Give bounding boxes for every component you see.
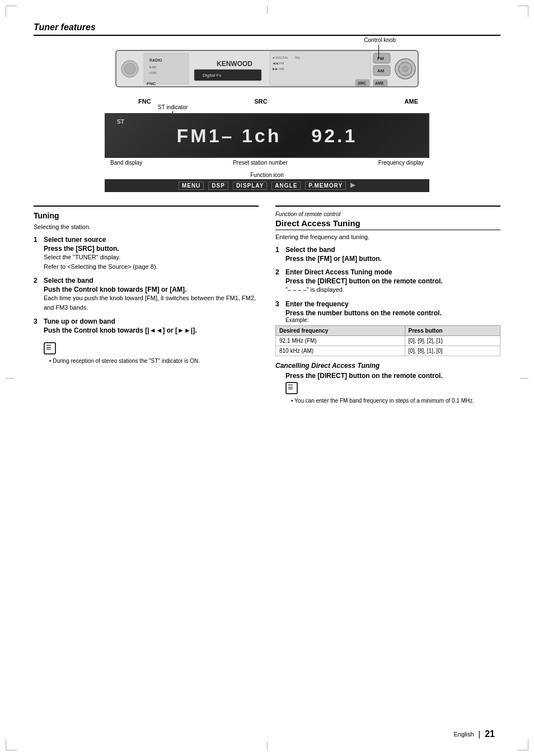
corner-tl (6, 6, 17, 17)
band-display-label: Band display (110, 160, 142, 166)
display-main-text: FM1– 1ch 92.1 (177, 125, 358, 147)
svg-text:USB: USB (149, 71, 156, 74)
tuning-title: Tuning (34, 211, 259, 220)
step-1-desc2: Refer to <Selecting the Source> (page 8)… (34, 262, 259, 272)
page-divider: | (479, 730, 481, 739)
svg-text:FNC: FNC (147, 81, 156, 86)
stereo-unit-svg: RADIO 5.0V USB KENWOOD Digital Fx ● DIGI… (105, 45, 429, 95)
da-step-2-desc1: "– – – –" is displayed. (275, 285, 500, 295)
crosshair-top (267, 6, 268, 14)
da-bullet: You can enter the FM band frequency in s… (275, 396, 500, 405)
step-1-action: Press the [SRC] button. (34, 245, 259, 253)
cancelling-action: Press the [DIRECT] button on the remote … (275, 372, 500, 380)
page-language: English (453, 731, 474, 738)
da-step-2: 2 Enter Direct Access Tuning mode Press … (275, 268, 500, 295)
control-knob-label: Control knob (364, 37, 396, 43)
page-number: 21 (485, 729, 495, 739)
svg-text:5.0V: 5.0V (149, 66, 156, 69)
step-3-action: Push the Control knob towards [|◄◄] or [… (34, 326, 259, 334)
fi-pmemory: P.MEMORY (305, 181, 346, 190)
freq-table-row-2: 810 kHz (AM) [0], [8], [1], [0] (276, 346, 500, 356)
tuning-bullet: During reception of stereo stations the … (34, 357, 259, 365)
svg-text:RADIO: RADIO (149, 58, 162, 62)
freq-table-row-1: 92.1 MHz (FM) [0], [9], [2], [1] (276, 335, 500, 346)
step-1-title: Select tuner source (44, 236, 106, 244)
step-2-desc1: Each time you push the knob toward [FM],… (34, 293, 259, 312)
tuning-section: Tuning Selecting the station. 1 Select t… (34, 206, 259, 407)
example-label: Example: (275, 317, 500, 323)
main-content: Tuning Selecting the station. 1 Select t… (34, 206, 500, 407)
svg-text:KENWOOD: KENWOOD (217, 60, 252, 68)
direct-access-subtitle: Entering the frequency and tuning. (275, 234, 500, 240)
corner-br (517, 739, 528, 750)
function-icon-bar: MENU DSP DISPLAY ANGLE P.MEMORY ▶ (105, 179, 429, 192)
device-image-container: Control knob RADIO 5.0V USB KENWOOD (34, 45, 500, 105)
svg-text:◀◀ FM: ◀◀ FM (273, 62, 284, 65)
freq-row1-col2: [0], [9], [2], [1] (405, 335, 500, 346)
step-3-num: 3 (34, 318, 41, 325)
fi-arrow: ▶ (350, 181, 355, 190)
tuning-note-icon: ☰ (44, 342, 56, 354)
freq-row1-col1: 92.1 MHz (FM) (276, 335, 405, 346)
ame-label: AME (405, 98, 418, 105)
fnc-label: FNC (138, 98, 151, 105)
da-step-2-title: Enter Direct Access Tuning mode (285, 268, 392, 276)
function-icon-label: Function icon (105, 172, 429, 178)
svg-text:SQ: SQ (295, 56, 300, 59)
fi-display: DISPLAY (233, 181, 267, 190)
step-3-title: Tune up or down band (44, 318, 115, 325)
da-step-1-title: Select the band (285, 246, 335, 254)
crosshair-right (520, 378, 528, 379)
direct-access-title: Direct Access Tuning (275, 218, 500, 230)
direct-access-section: Function of remote control Direct Access… (275, 206, 500, 407)
display-screen: ST FM1– 1ch 92.1 (105, 113, 429, 158)
da-step-1-num: 1 (275, 246, 283, 254)
preset-station-label: Preset station number (233, 160, 288, 166)
da-step-3-action: Press the number buttons on the remote c… (275, 309, 500, 317)
fi-menu: MENU (179, 181, 204, 190)
da-step-1: 1 Select the band Press the [FM] or [AM]… (275, 246, 500, 263)
tuning-step-1: 1 Select tuner source Press the [SRC] bu… (34, 236, 259, 271)
freq-table-header-2: Press button (405, 325, 500, 335)
da-step-3-title: Enter the frequency (285, 300, 349, 308)
function-of-remote: Function of remote control (275, 211, 500, 217)
freq-row2-col1: 810 kHz (AM) (276, 346, 405, 356)
freq-table-header-1: Desired frequency (276, 325, 405, 335)
svg-text:▶▶ AM: ▶▶ AM (273, 67, 284, 71)
control-knob-line (378, 45, 379, 59)
frequency-table: Desired frequency Press button 92.1 MHz … (275, 325, 500, 356)
step-2-action: Push the Control knob towards [FM] or [A… (34, 286, 259, 293)
tuning-step-2: 2 Select the band Push the Control knob … (34, 277, 259, 312)
corner-tr (517, 6, 528, 17)
svg-point-19 (402, 66, 408, 72)
svg-text:Digital Fx: Digital Fx (203, 73, 221, 78)
da-step-3: 3 Enter the frequency Press the number b… (275, 300, 500, 356)
src-label: SRC (254, 98, 267, 105)
tuning-subtitle: Selecting the station. (34, 223, 259, 230)
step-1-num: 1 (34, 236, 41, 244)
fi-angle: ANGLE (271, 181, 301, 190)
crosshair-left (6, 378, 14, 379)
diagram-area: Control knob RADIO 5.0V USB KENWOOD (34, 45, 500, 194)
corner-bl (6, 739, 17, 750)
da-step-2-action: Press the [DIRECT] button on the remote … (275, 277, 500, 285)
da-step-1-action: Press the [FM] or [AM] button. (275, 255, 500, 263)
crosshair-bottom (267, 742, 268, 750)
da-step-2-num: 2 (275, 268, 283, 276)
svg-text:SRC: SRC (358, 81, 366, 85)
fi-dsp: DSP (208, 181, 228, 190)
da-step-3-num: 3 (275, 300, 283, 308)
display-labels-row: Band display Preset station number Frequ… (105, 158, 429, 167)
frequency-display-label: Frequency display (378, 160, 424, 166)
svg-text:AME: AME (375, 81, 384, 85)
tuning-step-3: 3 Tune up or down band Push the Control … (34, 318, 259, 334)
freq-row2-col2: [0], [8], [1], [0] (405, 346, 500, 356)
step-2-num: 2 (34, 277, 41, 284)
function-icon-section: Function icon MENU DSP DISPLAY ANGLE P.M… (105, 172, 429, 192)
step-2-title: Select the band (44, 277, 93, 284)
step-1-desc1: Select the "TUNER" display. (34, 253, 259, 262)
st-indicator-label: ST indicator (158, 104, 188, 110)
page-title: Tuner features (34, 22, 500, 36)
da-note-icon: ☰ (285, 382, 298, 394)
svg-text:AM: AM (377, 68, 385, 73)
